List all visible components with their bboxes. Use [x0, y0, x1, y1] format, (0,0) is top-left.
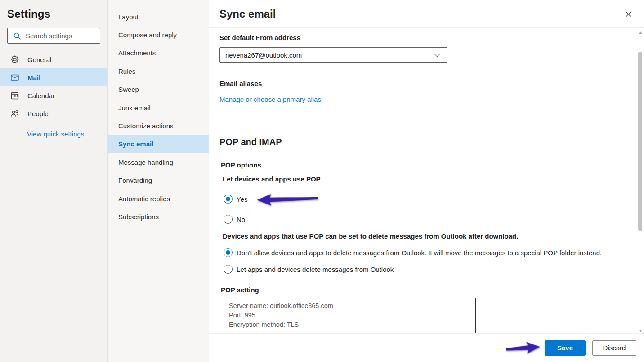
from-address-dropdown[interactable]: nevena267@outlook.com: [219, 47, 447, 63]
calendar-icon: [10, 91, 19, 100]
annotation-arrow-yes: [256, 192, 319, 207]
menu-item-junk-email[interactable]: Junk email: [108, 99, 209, 117]
pop-setting-box: Server name: outlook.office365.com Port:…: [224, 298, 476, 333]
scrollbar-up-icon[interactable]: [639, 31, 642, 34]
menu-item-sweep[interactable]: Sweep: [108, 81, 209, 99]
gear-icon: [10, 55, 19, 64]
annotation-arrow-save: [505, 339, 541, 357]
pop-setting-label: POP setting: [221, 286, 617, 294]
mail-settings-menu: Layout Compose and reply Attachments Rul…: [108, 0, 209, 362]
sidebar-item-mail[interactable]: Mail: [0, 68, 107, 86]
radio-selected-icon[interactable]: [224, 195, 233, 204]
radio-option-no[interactable]: No: [224, 215, 617, 224]
section-divider: [219, 126, 635, 126]
settings-sidebar: Settings: [0, 0, 108, 362]
menu-item-rules[interactable]: Rules: [108, 62, 209, 80]
radio-label: Yes: [237, 195, 247, 203]
radio-label: No: [237, 216, 245, 223]
sidebar-item-label: General: [27, 56, 51, 63]
radio-label: Don't allow devices and apps to delete m…: [237, 249, 602, 257]
chevron-down-icon: [434, 53, 441, 57]
menu-item-sync-email[interactable]: Sync email: [108, 135, 209, 153]
email-aliases-label: Email aliases: [219, 80, 617, 87]
sync-email-panel: Sync email Set default From address neve…: [209, 0, 644, 362]
mail-icon: [10, 73, 19, 82]
vertical-scrollbar[interactable]: [637, 28, 644, 333]
radio-unselected-icon[interactable]: [224, 215, 233, 224]
search-settings-box[interactable]: [7, 28, 100, 44]
page-title: Sync email: [209, 0, 644, 20]
sidebar-item-label: Mail: [27, 74, 40, 81]
pop-options-label: POP options: [221, 161, 617, 169]
radio-option-yes[interactable]: Yes: [224, 191, 617, 207]
sidebar-nav: General Mail: [0, 50, 107, 122]
pop-imap-heading: POP and IMAP: [219, 137, 617, 147]
radio-unselected-icon[interactable]: [224, 265, 233, 274]
settings-heading: Settings: [0, 0, 107, 20]
menu-item-automatic-replies[interactable]: Automatic replies: [108, 190, 209, 208]
close-icon[interactable]: [624, 9, 633, 18]
radio-option-dont-allow-delete[interactable]: Don't allow devices and apps to delete m…: [224, 248, 617, 257]
menu-item-attachments[interactable]: Attachments: [108, 44, 209, 62]
search-input[interactable]: [26, 32, 96, 40]
pop-encryption: Encryption method: TLS: [229, 320, 470, 330]
search-icon: [13, 32, 21, 40]
radio-label: Let apps and devices delete messages fro…: [237, 266, 394, 273]
panel-header: Sync email: [209, 0, 644, 28]
radio-selected-icon[interactable]: [224, 248, 233, 257]
sidebar-item-people[interactable]: People: [0, 104, 107, 122]
menu-item-customize-actions[interactable]: Customize actions: [108, 117, 209, 135]
save-button[interactable]: Save: [545, 340, 586, 356]
pop-delete-label: Devices and apps that use POP can be set…: [223, 232, 617, 240]
panel-content: Set default From address nevena267@outlo…: [209, 28, 644, 333]
settings-dialog: Settings: [0, 0, 644, 362]
radio-option-let-delete[interactable]: Let apps and devices delete messages fro…: [224, 265, 617, 274]
action-bar: Save Discard: [209, 333, 644, 362]
sidebar-item-label: People: [27, 110, 49, 118]
manage-alias-link[interactable]: Manage or choose a primary alias: [219, 95, 321, 103]
menu-item-forwarding[interactable]: Forwarding: [108, 172, 209, 190]
menu-item-subscriptions[interactable]: Subscriptions: [108, 208, 209, 226]
sidebar-item-label: Calendar: [27, 92, 55, 100]
scrollbar-thumb[interactable]: [638, 52, 642, 231]
menu-item-compose-and-reply[interactable]: Compose and reply: [108, 26, 209, 44]
menu-item-layout[interactable]: Layout: [108, 8, 209, 26]
view-quick-settings-link[interactable]: View quick settings: [27, 130, 84, 138]
sidebar-item-general[interactable]: General: [0, 50, 107, 68]
use-pop-label: Let devices and apps use POP: [223, 175, 617, 183]
pop-port: Port: 995: [229, 311, 470, 320]
sidebar-item-calendar[interactable]: Calendar: [0, 86, 107, 104]
menu-item-message-handling[interactable]: Message handling: [108, 153, 209, 171]
scrollbar-down-icon[interactable]: [639, 330, 642, 332]
pop-server-name: Server name: outlook.office365.com: [229, 301, 470, 311]
default-from-label: Set default From address: [219, 34, 617, 41]
from-address-value: nevena267@outlook.com: [225, 51, 434, 59]
people-icon: [10, 109, 19, 118]
discard-button[interactable]: Discard: [592, 340, 636, 356]
